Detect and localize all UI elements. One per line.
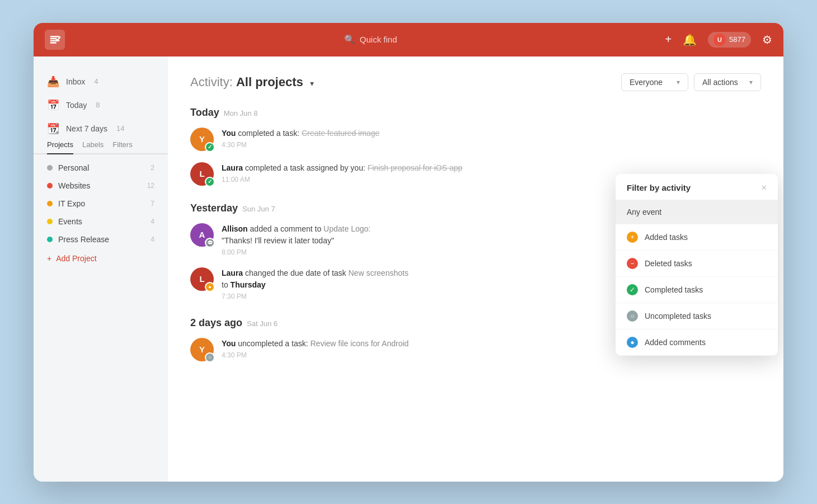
add-tasks-icon: +	[627, 232, 638, 243]
project-dot	[47, 219, 53, 224]
search-area: 🔍 Quick find	[76, 34, 665, 45]
completed-tasks-label: Completed tasks	[645, 285, 703, 294]
tab-filters[interactable]: Filters	[112, 140, 132, 154]
completed-badge: ✓	[205, 177, 215, 187]
activity-text: Laura changed the due date of task New s…	[222, 267, 408, 291]
project-item-press-release[interactable]: Press Release 4	[34, 230, 168, 248]
delete-tasks-icon: −	[627, 258, 638, 269]
add-label: Add Project	[56, 254, 96, 263]
due-date-badge: ●	[205, 282, 215, 292]
today-label: Today	[66, 101, 87, 110]
project-count: 12	[147, 182, 154, 190]
sidebar-item-inbox[interactable]: 📥 Inbox 4	[34, 70, 168, 93]
project-dot	[47, 183, 53, 189]
chevron-down-icon: ▾	[677, 78, 680, 86]
project-dot	[47, 201, 53, 206]
project-name: Press Release	[58, 235, 145, 244]
action: added a comment to	[250, 224, 324, 233]
user-badge[interactable]: U 5877	[708, 32, 751, 48]
actor: Allison	[222, 224, 248, 233]
avatar-wrap: A 💬	[190, 223, 214, 247]
add-button[interactable]: +	[665, 33, 672, 46]
settings-icon[interactable]: ⚙	[762, 33, 772, 46]
sidebar: 📥 Inbox 4 📅 Today 8 📆 Next 7 days 14 Pro…	[34, 56, 168, 482]
day-sub: Sun Jun 7	[242, 205, 275, 213]
inbox-icon: 📥	[47, 76, 59, 88]
project-item-itexpo[interactable]: IT Expo 7	[34, 195, 168, 213]
everyone-label: Everyone	[630, 78, 663, 87]
filter-controls: Everyone ▾ All actions ▾	[621, 73, 761, 91]
action: completed a task assigned by you:	[245, 163, 368, 172]
add-icon: +	[47, 254, 51, 263]
chevron-down-icon: ▾	[749, 78, 753, 86]
actor: You	[222, 129, 236, 138]
activity-content: You completed a task: Create featured im…	[222, 128, 761, 149]
task-name: Update Logo:	[323, 224, 370, 233]
search-icon: 🔍	[344, 34, 355, 45]
uncomplete-tasks-icon: ○	[627, 310, 638, 322]
all-actions-dropdown[interactable]: All actions ▾	[694, 73, 761, 91]
day-title: Today	[190, 107, 219, 119]
day-title: Yesterday	[190, 202, 238, 214]
next7-label: Next 7 days	[66, 124, 107, 133]
avatar-wrap: L ●	[190, 267, 214, 291]
actor: Laura	[222, 269, 243, 277]
action: completed a task:	[238, 129, 302, 138]
sidebar-item-today[interactable]: 📅 Today 8	[34, 93, 168, 117]
header-actions: + 🔔 U 5877 ⚙	[665, 32, 772, 48]
filter-option-any[interactable]: Any event	[616, 200, 778, 224]
tab-labels[interactable]: Labels	[82, 140, 104, 154]
title-arrow-icon[interactable]: ▾	[310, 79, 314, 88]
activity-header: Activity: All projects ▾ Everyone ▾ All …	[190, 73, 761, 91]
quick-find[interactable]: 🔍 Quick find	[344, 34, 397, 45]
project-count: 2	[151, 164, 154, 172]
project-item-websites[interactable]: Websites 12	[34, 177, 168, 195]
filter-option-added-tasks[interactable]: + Added tasks	[616, 224, 778, 251]
everyone-dropdown[interactable]: Everyone ▾	[621, 73, 688, 91]
add-project-button[interactable]: + Add Project	[34, 248, 168, 269]
sidebar-item-next7[interactable]: 📆 Next 7 days 14	[34, 117, 168, 140]
comment-icon: ●	[627, 337, 638, 348]
day-sub: Sat Jun 6	[247, 319, 278, 328]
notification-button[interactable]: 🔔	[683, 33, 697, 46]
activity-text: Allison added a comment to Update Logo: …	[222, 223, 370, 247]
completed-badge: ✓	[205, 142, 215, 152]
task-name: Review file icons for Android	[310, 339, 408, 348]
filter-option-uncompleted-tasks[interactable]: ○ Uncompleted tasks	[616, 303, 778, 329]
day-sub: Mon Jun 8	[224, 109, 258, 117]
task-name: Create featured image	[302, 129, 379, 138]
main-content: 📥 Inbox 4 📅 Today 8 📆 Next 7 days 14 Pro…	[34, 56, 783, 482]
project-item-events[interactable]: Events 4	[34, 213, 168, 230]
project-name: IT Expo	[58, 199, 145, 208]
close-button[interactable]: ×	[762, 183, 767, 193]
logo[interactable]	[45, 30, 65, 50]
activity-title: Activity: All projects ▾	[190, 75, 314, 90]
project-count: 4	[151, 218, 154, 225]
deleted-tasks-label: Deleted tasks	[645, 259, 692, 268]
filter-option-added-comments[interactable]: ● Added comments	[616, 329, 778, 356]
uncomplete-badge: ○	[205, 352, 215, 362]
any-event-label: Any event	[627, 208, 661, 216]
today-icon: 📅	[47, 99, 59, 111]
day-header: Today Mon Jun 8	[190, 107, 761, 119]
activity-row: You completed a task: Create featured im…	[222, 128, 761, 139]
day-title: 2 days ago	[190, 317, 242, 329]
project-name: Websites	[58, 181, 142, 190]
avatar-wrap: Y ○	[190, 338, 214, 361]
header: 🔍 Quick find + 🔔 U 5877 ⚙	[34, 23, 783, 56]
filter-popup: Filter by activity × Any event + Added t…	[616, 174, 778, 356]
actor: Laura	[222, 163, 243, 172]
project-item-personal[interactable]: Personal 2	[34, 159, 168, 177]
activity-time: 4:30 PM	[222, 141, 761, 149]
title-prefix: Activity:	[190, 75, 233, 89]
filter-option-completed-tasks[interactable]: ✓ Completed tasks	[616, 277, 778, 303]
task-name: Finish proposal for iOS app	[368, 163, 463, 172]
avatar-wrap: L ✓	[190, 162, 214, 186]
activity-area: Activity: All projects ▾ Everyone ▾ All …	[168, 56, 783, 482]
tab-projects[interactable]: Projects	[47, 140, 73, 154]
activity-row: Laura completed a task assigned by you: …	[222, 162, 761, 174]
project-count: 4	[151, 235, 154, 243]
filter-option-deleted-tasks[interactable]: − Deleted tasks	[616, 251, 778, 277]
user-points: 5877	[729, 35, 745, 44]
activity-item: Y ✓ You completed a task: Create feature…	[190, 128, 761, 151]
